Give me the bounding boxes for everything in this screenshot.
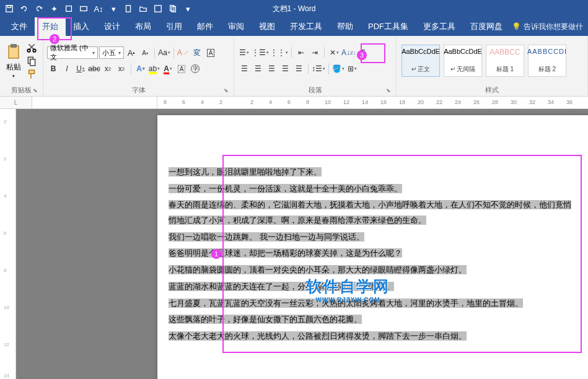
italic-icon[interactable]: I — [61, 63, 73, 75]
group-label: 段落 — [234, 85, 396, 96]
text-line[interactable]: 太像个老大老大的火球，光线灼人，公路被烈日烤得发烫，脚踏下去一步一串白烟。 — [169, 331, 467, 341]
paste-button[interactable]: 粘贴 ▾ — [4, 42, 24, 80]
text-line[interactable]: 蓝蓝的湖水和蓝蓝的天连在了一起，分不清哪是湖水，哪是天。 — [169, 282, 394, 291]
group-label: 样式 — [397, 85, 587, 96]
title-bar: ✦ A↕ ▾ ▾ 文档1 - Word — [0, 0, 588, 17]
text-line[interactable]: 一想到这儿，眼泪就噼里啪啦地掉了下来。 — [169, 167, 322, 176]
shrink-font-icon[interactable]: A▾ — [139, 46, 151, 59]
text-line[interactable]: 七月盛夏，瓦蓝瓦蓝的天空没有一丝云彩，火热的太阳炙烤着大地，河里的水烫手，地里的… — [169, 298, 523, 308]
text-effect-icon[interactable]: A▾ — [134, 63, 147, 75]
text-line[interactable]: 春天的雨是连绵的、柔和的，它滋润着大地，抚摸着大地，小声地呼唤着大地，在人们不知… — [169, 200, 571, 225]
qat-icon[interactable]: ▾ — [108, 3, 119, 14]
menu-design[interactable]: 设计 — [97, 17, 128, 36]
save-icon[interactable] — [4, 3, 15, 14]
menu-references[interactable]: 引用 — [159, 17, 190, 36]
style-heading2[interactable]: AABBCCDI 标题 2 — [528, 45, 566, 77]
style-normal[interactable]: AaBbCcDdE ↵ 正文 — [402, 45, 440, 77]
align-justify-icon[interactable]: ☰ — [279, 63, 291, 75]
group-paragraph: ☰▾ ⋮☰▾ ⋮⋮▾ ⇤ ⇥ ✕▾ A↓Z↓ ¶ ☰ ☰ ☰ ☰ ☰ — [234, 36, 397, 96]
superscript-icon[interactable]: x2 — [115, 63, 128, 75]
text-line[interactable]: 小花猫的脑袋圆圆的，顶着一对尖尖的小耳朵，那大大的绿眼睛瞪得像两盏小绿灯。 — [169, 265, 467, 274]
distribute-icon[interactable]: ☰ — [292, 63, 305, 75]
font-color-icon[interactable]: A▾ — [162, 63, 174, 75]
enclose-icon[interactable]: A — [204, 46, 217, 59]
group-clipboard: 粘贴 ▾ 剪贴板 ⬊ — [0, 36, 43, 96]
change-case-icon[interactable]: Aa▾ — [158, 46, 170, 59]
save2-icon[interactable] — [152, 3, 164, 14]
font-size-combo[interactable]: 小五▾ — [99, 46, 124, 59]
format-painter-icon[interactable] — [26, 69, 37, 80]
indent-left-icon[interactable]: ⇤ — [295, 46, 307, 59]
bold-icon[interactable]: B — [47, 63, 59, 75]
sort-icon[interactable]: A↓Z↓ — [341, 46, 356, 59]
numbering-icon[interactable]: ⋮☰▾ — [252, 46, 269, 59]
clear-format-icon[interactable]: A⟋ — [177, 46, 190, 59]
indent-right-icon[interactable]: ⇥ — [309, 46, 321, 59]
dialog-launcher-icon[interactable]: ⬊ — [33, 87, 40, 95]
menu-view[interactable]: 视图 — [252, 17, 283, 36]
menu-pdf[interactable]: PDF工具集 — [361, 17, 416, 36]
highlight-icon[interactable]: ab▾ — [148, 63, 160, 75]
asian-layout-icon[interactable]: ✕▾ — [328, 46, 340, 59]
vertical-ruler[interactable]: 2 2 4 6 8 10 12 14 — [0, 109, 16, 379]
align-center-icon[interactable]: ☰ — [252, 63, 264, 75]
shading-icon[interactable]: 🪣▾ — [332, 63, 344, 75]
text-line[interactable]: 我们一边唱歌一边跳舞。 我一边扫地一边与同学说话。 — [169, 232, 364, 242]
menu-layout[interactable]: 布局 — [128, 17, 159, 36]
svg-rect-9 — [11, 45, 16, 47]
align-left-icon[interactable]: ☰ — [238, 63, 250, 75]
show-marks-icon[interactable]: ¶ — [357, 46, 369, 59]
multilevel-icon[interactable]: ⋮⋮▾ — [270, 46, 288, 59]
menu-mailings[interactable]: 邮件 — [190, 17, 221, 36]
menu-review[interactable]: 审阅 — [221, 17, 252, 36]
document-canvas[interactable]: 一想到这儿，眼泪就噼里啪啦地掉了下来。 一份可爱，一份机灵，一份活泼，这就是十全… — [16, 109, 588, 379]
qat-more-icon[interactable]: ▾ — [182, 3, 193, 14]
text-line[interactable]: 爸爸明明是个足球迷，却把一场精彩的球赛关掉，这是为什么呢？ — [169, 248, 402, 258]
menu-insert[interactable]: 插入 — [66, 17, 97, 36]
underline-icon[interactable]: U▾ — [74, 63, 87, 75]
qat-icon[interactable] — [78, 3, 89, 14]
page-content[interactable]: 一想到这儿，眼泪就噼里啪啦地掉了下来。 一份可爱，一份机灵，一份活泼，这就是十全… — [157, 115, 588, 358]
dialog-launcher-icon[interactable]: ⬊ — [224, 87, 231, 95]
ruler-corner[interactable]: L — [0, 97, 32, 108]
ribbon: 粘贴 ▾ 剪贴板 ⬊ 微软雅黑 (中文▾ 小五▾ A▴ A▾ Aa▾ — [0, 36, 588, 97]
subscript-icon[interactable]: x2 — [102, 63, 114, 75]
svg-rect-1 — [7, 6, 11, 8]
qat-icon[interactable]: A↕ — [93, 3, 104, 14]
phonetic-icon[interactable]: 変 — [191, 46, 203, 59]
horizontal-ruler[interactable]: 8 6 4 2 2 4 6 8 10 12 14 16 18 20 22 24 … — [157, 97, 588, 108]
dialog-launcher-icon[interactable]: ⬊ — [386, 87, 393, 95]
svg-rect-14 — [29, 70, 35, 74]
ruler: L 8 6 4 2 2 4 6 8 10 12 14 16 18 20 22 2… — [0, 97, 588, 109]
qat-icon[interactable]: ✦ — [48, 3, 59, 14]
menu-file[interactable]: 文件 — [4, 17, 35, 36]
char-border-icon[interactable]: A — [175, 63, 188, 75]
undo-icon[interactable] — [19, 3, 30, 14]
style-nospace[interactable]: AaBbCcDdE ↵ 无间隔 — [444, 45, 482, 77]
qat-icon[interactable] — [63, 3, 74, 14]
open-icon[interactable] — [138, 3, 149, 14]
strike-icon[interactable]: abc — [88, 63, 100, 75]
menu-developer[interactable]: 开发工具 — [283, 17, 330, 36]
redo-icon[interactable] — [33, 3, 45, 14]
tell-me[interactable]: 💡 告诉我你想要做什 — [512, 22, 583, 32]
qat-icon[interactable] — [167, 3, 178, 14]
text-line[interactable]: 一份可爱，一份机灵，一份活泼，这就是十全十美的小白兔乖乖。 — [169, 184, 402, 193]
bullets-icon[interactable]: ☰▾ — [238, 46, 250, 59]
menu-more[interactable]: 更多工具 — [416, 17, 463, 36]
menu-baidu[interactable]: 百度网盘 — [463, 17, 510, 36]
menu-home[interactable]: 开始 — [35, 17, 66, 36]
style-heading1[interactable]: AABBCC 标题 1 — [486, 45, 524, 77]
grow-font-icon[interactable]: A▴ — [125, 46, 138, 59]
text-line[interactable]: 这些飘落的叶子，好像是仙女撒下的五颜六色的花瓣。 — [169, 315, 362, 324]
align-right-icon[interactable]: ☰ — [265, 63, 278, 75]
copy-icon[interactable] — [26, 55, 37, 66]
menu-help[interactable]: 帮助 — [330, 17, 361, 36]
line-spacing-icon[interactable]: ↕☰▾ — [312, 63, 325, 75]
svg-rect-5 — [155, 6, 162, 12]
cut-icon[interactable] — [26, 41, 37, 53]
new-icon[interactable] — [123, 3, 134, 14]
circle-char-icon[interactable]: 字 — [189, 63, 201, 75]
borders-icon[interactable]: ⊞▾ — [346, 63, 358, 75]
font-name-combo[interactable]: 微软雅黑 (中文▾ — [47, 46, 98, 59]
